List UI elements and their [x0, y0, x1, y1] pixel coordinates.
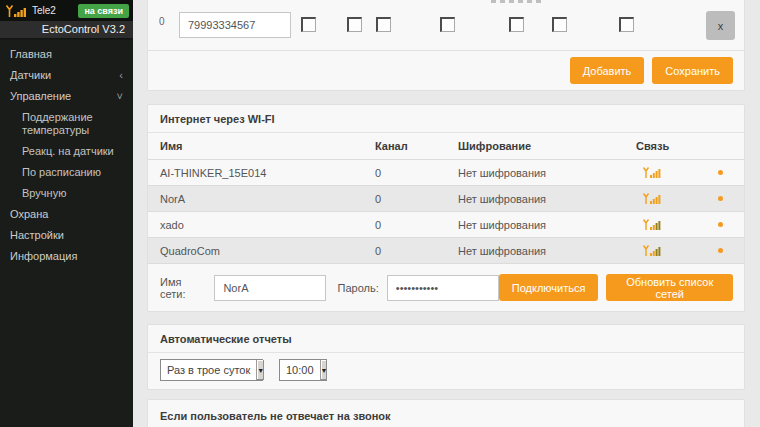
sidebar-item-schedule[interactable]: По расписанию	[0, 162, 133, 183]
network-name: xado	[160, 219, 375, 231]
sidebar-menu: Главная Датчики ‹ Управление ˅ Поддержан…	[0, 38, 133, 267]
network-encryption: Нет шифрования	[458, 219, 636, 231]
connect-button[interactable]: Подключиться	[499, 274, 599, 301]
sidebar-item-control[interactable]: Управление ˅	[0, 86, 133, 107]
report-frequency-select[interactable]: Раз в трое суток ▼	[160, 359, 263, 381]
chevron-down-icon: ˅	[117, 90, 123, 103]
column-channel: Канал	[375, 140, 458, 152]
wifi-signal-icon	[642, 192, 661, 205]
save-phones-button[interactable]: Сохранить	[652, 57, 733, 84]
select-network-radio[interactable]	[718, 196, 723, 201]
wifi-card: Интернет через WI-FI Имя Канал Шифровани…	[147, 104, 745, 312]
phone-number-input[interactable]	[179, 12, 291, 38]
phone-row-index: 0	[159, 16, 165, 27]
gsm-status-bar: Tele2 на связи	[0, 0, 133, 21]
wifi-signal-icon	[642, 244, 661, 257]
sidebar-item-manual[interactable]: Вручную	[0, 183, 133, 204]
wifi-network-row[interactable]: xado 0 Нет шифрования	[148, 211, 744, 237]
connection-status-badge: на связи	[78, 4, 129, 18]
missed-call-card-title: Если пользователь не отвечает на звонок	[148, 400, 744, 427]
wifi-card-title: Интернет через WI-FI	[148, 105, 744, 132]
phone-checkbox-2[interactable]	[347, 17, 362, 32]
network-channel: 0	[375, 167, 458, 179]
network-channel: 0	[375, 193, 458, 205]
password-label: Пароль:	[338, 282, 379, 294]
missed-call-card: Если пользователь не отвечает на звонок	[147, 399, 745, 427]
reports-controls: Раз в трое суток ▼ 10:00 ▼	[148, 353, 744, 389]
network-encryption: Нет шифрования	[458, 167, 636, 179]
wifi-connect-form: Имя сети: Пароль: Подключиться Обновить …	[148, 263, 744, 311]
chevron-left-icon: ‹	[119, 69, 123, 82]
password-input[interactable]	[387, 275, 499, 301]
phone-checkbox-1[interactable]	[301, 17, 316, 32]
main-content: 0 x Добавить Сохранить Интернет через WI…	[133, 0, 760, 427]
dropdown-arrow-icon: ▼	[256, 360, 264, 380]
phone-checkbox-6[interactable]	[552, 17, 567, 32]
dropdown-arrow-icon: ▼	[320, 360, 328, 380]
app-window: Tele2 на связи EctoControl V3.2 Главная …	[0, 0, 760, 427]
network-name: QuadroCom	[160, 245, 375, 257]
network-name: AI-THINKER_15E014	[160, 167, 375, 179]
wifi-network-row[interactable]: NorA 0 Нет шифрования	[148, 185, 744, 211]
ssid-input[interactable]	[214, 275, 326, 301]
sidebar-item-sensor-reactions[interactable]: Реакц. на датчики	[0, 141, 133, 162]
wifi-network-row[interactable]: QuadroCom 0 Нет шифрования	[148, 237, 744, 263]
column-name: Имя	[160, 140, 375, 152]
select-network-radio[interactable]	[718, 170, 723, 175]
clipped-column-header	[491, 0, 543, 3]
wifi-table-header: Имя Канал Шифрование Связь	[148, 133, 744, 159]
network-name: NorA	[160, 193, 375, 205]
phones-card: 0 x Добавить Сохранить	[147, 0, 745, 91]
operator-name: Tele2	[32, 5, 56, 16]
phones-actions: Добавить Сохранить	[148, 51, 744, 90]
report-time-select[interactable]: 10:00 ▼	[279, 359, 327, 381]
ssid-label: Имя сети:	[160, 276, 206, 300]
add-phone-button[interactable]: Добавить	[570, 57, 645, 84]
network-channel: 0	[375, 219, 458, 231]
phone-checkbox-7[interactable]	[619, 17, 634, 32]
sidebar-item-sensors[interactable]: Датчики ‹	[0, 65, 133, 86]
wifi-network-row[interactable]: AI-THINKER_15E014 0 Нет шифрования	[148, 159, 744, 185]
column-signal: Связь	[636, 140, 718, 152]
app-title: EctoControl V3.2	[0, 21, 133, 38]
gsm-signal-icon	[5, 4, 27, 18]
network-channel: 0	[375, 245, 458, 257]
reports-card-title: Автоматические отчеты	[148, 325, 744, 352]
sidebar-item-settings[interactable]: Настройки	[0, 225, 133, 246]
delete-phone-button[interactable]: x	[706, 11, 735, 40]
phone-checkbox-3[interactable]	[376, 17, 391, 32]
sidebar-item-security[interactable]: Охрана	[0, 204, 133, 225]
phone-row: 0 x	[148, 0, 744, 51]
wifi-signal-icon	[642, 218, 661, 231]
sidebar-item-home[interactable]: Главная	[0, 44, 133, 65]
phone-checkbox-4[interactable]	[440, 17, 455, 32]
phone-checkbox-5[interactable]	[509, 17, 524, 32]
reports-card: Автоматические отчеты Раз в трое суток ▼…	[147, 324, 745, 390]
sidebar-item-info[interactable]: Информация	[0, 246, 133, 267]
select-network-radio[interactable]	[718, 222, 723, 227]
refresh-networks-button[interactable]: Обновить список сетей	[606, 274, 733, 301]
wifi-signal-icon	[642, 166, 661, 179]
select-network-radio[interactable]	[718, 248, 723, 253]
network-encryption: Нет шифрования	[458, 245, 636, 257]
sidebar: Tele2 на связи EctoControl V3.2 Главная …	[0, 0, 133, 427]
column-encryption: Шифрование	[458, 140, 636, 152]
network-encryption: Нет шифрования	[458, 193, 636, 205]
sidebar-item-temperature-maintain[interactable]: Поддержание температуры	[0, 107, 133, 141]
